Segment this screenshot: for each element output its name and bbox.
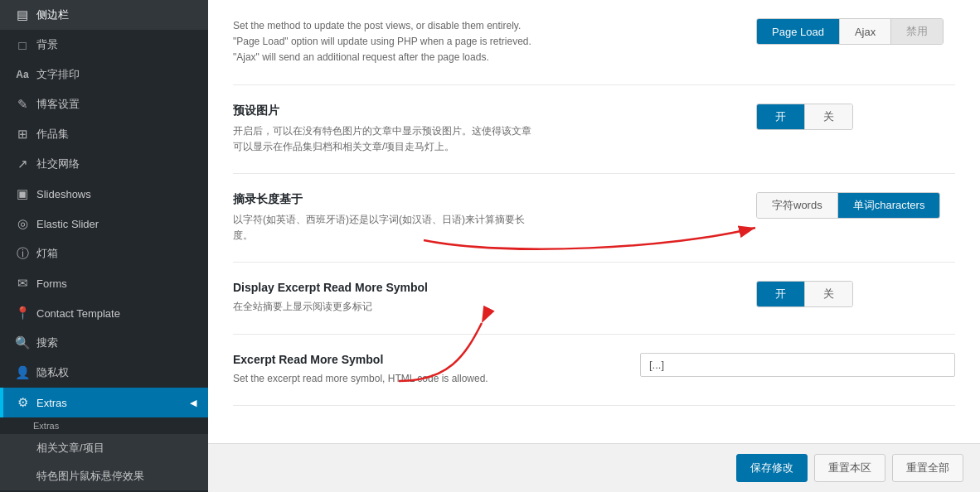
preset-image-off-button[interactable]: 关 <box>804 104 852 129</box>
page-load-button[interactable]: Page Load <box>757 19 839 44</box>
sidebar-item-elasticslider[interactable]: ◎ Elastic Slider <box>0 209 208 239</box>
sidebar-label: 搜索 <box>36 335 58 350</box>
sidebar-item-forms[interactable]: ✉ Forms <box>0 268 208 298</box>
sidebar-item-blogsettings[interactable]: ✎ 博客设置 <box>0 89 208 119</box>
setting-info-display-excerpt: Display Excerpt Read More Symbol 在全站摘要上显… <box>233 281 740 315</box>
excerpt-symbol-desc: Set the excerpt read more symbol, HTML c… <box>233 371 531 387</box>
setting-info-excerpt-length: 摘录长度基于 以字符(如英语、西班牙语)还是以字词(如汉语、日语)来计算摘要长度… <box>233 192 740 244</box>
sidebar-label: 博客设置 <box>36 97 80 112</box>
preset-image-desc: 开启后，可以在没有特色图片的文章中显示预设图片。这使得该文章可以显示在作品集归档… <box>233 123 531 155</box>
sidebar-icon: Aa <box>15 67 30 82</box>
submenu: 相关文章/项目 特色图片鼠标悬停效果 <box>0 434 208 490</box>
sidebar-item-extras[interactable]: ⚙ Extras ◀ <box>0 388 208 417</box>
sidebar-item-portfolio[interactable]: ⊞ 作品集 <box>0 119 208 149</box>
excerpt-length-desc: 以字符(如英语、西班牙语)还是以字词(如汉语、日语)来计算摘要长度。 <box>233 212 531 244</box>
sidebar-icon: ▣ <box>15 186 30 201</box>
setting-info-preset-image: 预设图片 开启后，可以在没有特色图片的文章中显示预设图片。这使得该文章可以显示在… <box>233 104 740 155</box>
sidebar-icon: ⊞ <box>15 127 30 142</box>
sidebar-icon: ✎ <box>15 97 30 112</box>
sidebar-label: Elastic Slider <box>36 218 99 230</box>
reset-section-button[interactable]: 重置本区 <box>814 454 885 482</box>
sidebar-icon: ⓘ <box>15 246 30 261</box>
sidebar-item-typography[interactable]: Aa 文字排印 <box>0 60 208 89</box>
sidebar-item-slideshows[interactable]: ▣ Slideshows <box>0 179 208 209</box>
ajax-button[interactable]: Ajax <box>839 19 890 44</box>
setting-row-preset-image: 预设图片 开启后，可以在没有特色图片的文章中显示预设图片。这使得该文章可以显示在… <box>233 85 955 174</box>
words-chars-button[interactable]: 单词characters <box>837 193 940 218</box>
sidebar-label: 灯箱 <box>36 246 58 261</box>
sidebar-label: 侧边栏 <box>36 7 69 22</box>
search-icon: 🔍 <box>15 335 30 350</box>
submenu-label: 特色图片鼠标悬停效果 <box>36 469 144 484</box>
sidebar-icon: ▤ <box>15 7 30 22</box>
submenu-item-related[interactable]: 相关文章/项目 <box>3 434 208 462</box>
display-excerpt-off-button[interactable]: 关 <box>804 282 852 306</box>
post-views-desc: Set the method to update the post views,… <box>233 18 531 66</box>
settings-area: Set the method to update the post views,… <box>208 0 980 472</box>
display-excerpt-title: Display Excerpt Read More Symbol <box>233 281 740 294</box>
sidebar-icon: ↗ <box>15 157 30 171</box>
sidebar-label: 社交网络 <box>36 157 80 171</box>
footer-bar: 保存修改 重置本区 重置全部 <box>208 443 980 492</box>
excerpt-length-title: 摘录长度基于 <box>233 192 740 207</box>
reset-all-button[interactable]: 重置全部 <box>892 454 963 482</box>
save-button[interactable]: 保存修改 <box>736 454 808 482</box>
sidebar-item-background[interactable]: □ 背景 <box>0 30 208 60</box>
sidebar-item-lightbox[interactable]: ⓘ 灯箱 <box>0 239 208 268</box>
sidebar-label: Slideshows <box>36 188 91 200</box>
setting-info-excerpt-symbol: Excerpt Read More Symbol Set the excerpt… <box>233 353 623 387</box>
sidebar-label: Extras <box>36 397 67 409</box>
setting-row-excerpt-length: 摘录长度基于 以字符(如英语、西班牙语)还是以字词(如汉语、日语)来计算摘要长度… <box>233 174 955 263</box>
sidebar: ▤ 侧边栏 □ 背景 Aa 文字排印 ✎ 博客设置 ⊞ 作品集 ↗ 社交网络 ▣… <box>0 0 208 492</box>
chars-words-button[interactable]: 字符words <box>757 193 837 218</box>
sidebar-label: Contact Template <box>36 307 120 320</box>
sidebar-icon: ◎ <box>15 216 30 231</box>
submenu-label: 相关文章/项目 <box>36 441 104 456</box>
chevron-right-icon: ◀ <box>190 398 196 408</box>
sidebar-icon: ✉ <box>15 276 30 291</box>
preset-image-on-button[interactable]: 开 <box>757 104 804 129</box>
sidebar-item-bar[interactable]: ▤ 侧边栏 <box>0 0 208 30</box>
sidebar-item-privacy[interactable]: 👤 隐私权 <box>0 358 208 388</box>
display-excerpt-on-button[interactable]: 开 <box>757 282 804 306</box>
sidebar-label: 文字排印 <box>36 67 80 82</box>
setting-row-display-excerpt: Display Excerpt Read More Symbol 在全站摘要上显… <box>233 263 955 334</box>
sidebar-label: 作品集 <box>36 127 69 142</box>
display-excerpt-control: 开 关 <box>756 281 955 307</box>
excerpt-length-btn-group: 字符words 单词characters <box>756 192 940 219</box>
disable-button[interactable]: 禁用 <box>890 19 943 44</box>
submenu-item-hover[interactable]: 特色图片鼠标悬停效果 <box>3 462 208 490</box>
preset-image-toggle: 开 关 <box>756 104 853 130</box>
setting-row-post-views: Set the method to update the post views,… <box>233 0 955 85</box>
extras-section-label: Extras <box>0 417 208 434</box>
sidebar-label: 隐私权 <box>36 365 69 380</box>
sidebar-item-contacttemplate[interactable]: 📍 Contact Template <box>0 298 208 328</box>
preset-image-title: 预设图片 <box>233 104 740 118</box>
post-views-btn-group: Page Load Ajax 禁用 <box>756 18 944 45</box>
setting-row-excerpt-symbol: Excerpt Read More Symbol Set the excerpt… <box>233 335 955 406</box>
sidebar-icon: □ <box>15 37 30 52</box>
excerpt-symbol-control <box>640 353 955 377</box>
display-excerpt-toggle: 开 关 <box>756 281 853 307</box>
excerpt-length-control: 字符words 单词characters <box>756 192 955 219</box>
sidebar-item-search[interactable]: 🔍 搜索 <box>0 328 208 358</box>
post-views-control: Page Load Ajax 禁用 <box>756 18 955 45</box>
sidebar-label: Forms <box>36 277 67 290</box>
excerpt-symbol-input[interactable] <box>640 353 955 377</box>
display-excerpt-desc: 在全站摘要上显示阅读更多标记 <box>233 299 531 315</box>
location-icon: 📍 <box>15 306 30 321</box>
excerpt-symbol-title: Excerpt Read More Symbol <box>233 353 623 366</box>
sidebar-item-social[interactable]: ↗ 社交网络 <box>0 149 208 179</box>
extras-icon: ⚙ <box>15 395 30 410</box>
sidebar-label: 背景 <box>36 37 58 52</box>
setting-info-post-views: Set the method to update the post views,… <box>233 18 740 66</box>
preset-image-control: 开 关 <box>756 104 955 130</box>
main-content: Set the method to update the post views,… <box>208 0 980 492</box>
person-icon: 👤 <box>15 365 30 380</box>
